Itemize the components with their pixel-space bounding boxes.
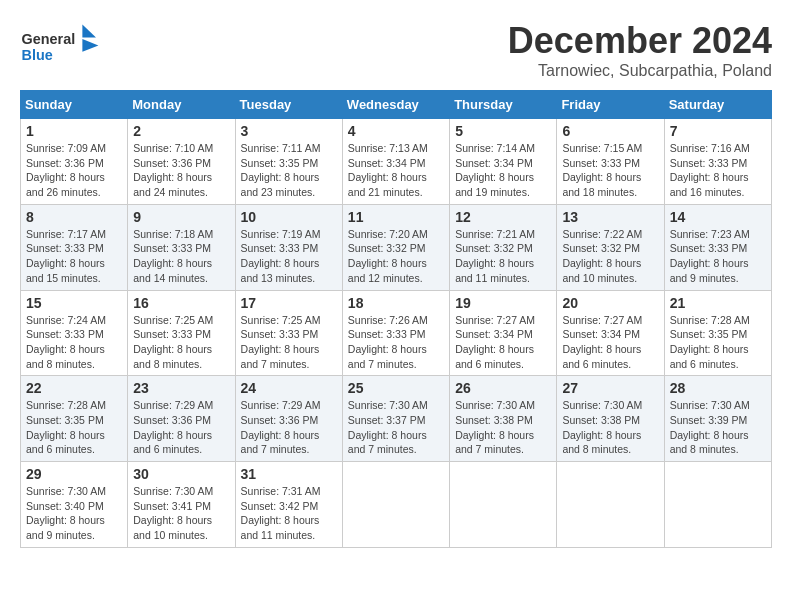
calendar-cell: 11Sunrise: 7:20 AMSunset: 3:32 PMDayligh… bbox=[342, 204, 449, 290]
calendar-cell bbox=[557, 462, 664, 548]
day-number: 13 bbox=[562, 209, 658, 225]
day-number: 2 bbox=[133, 123, 229, 139]
location-title: Tarnowiec, Subcarpathia, Poland bbox=[508, 62, 772, 80]
calendar-cell: 29Sunrise: 7:30 AMSunset: 3:40 PMDayligh… bbox=[21, 462, 128, 548]
day-detail: Sunrise: 7:14 AMSunset: 3:34 PMDaylight:… bbox=[455, 141, 551, 200]
day-detail: Sunrise: 7:19 AMSunset: 3:33 PMDaylight:… bbox=[241, 227, 337, 286]
day-number: 27 bbox=[562, 380, 658, 396]
day-number: 19 bbox=[455, 295, 551, 311]
svg-marker-2 bbox=[82, 25, 96, 38]
day-number: 8 bbox=[26, 209, 122, 225]
calendar-week-row: 15Sunrise: 7:24 AMSunset: 3:33 PMDayligh… bbox=[21, 290, 772, 376]
weekday-header-row: SundayMondayTuesdayWednesdayThursdayFrid… bbox=[21, 91, 772, 119]
calendar-cell: 20Sunrise: 7:27 AMSunset: 3:34 PMDayligh… bbox=[557, 290, 664, 376]
calendar-cell bbox=[664, 462, 771, 548]
weekday-header-friday: Friday bbox=[557, 91, 664, 119]
day-detail: Sunrise: 7:13 AMSunset: 3:34 PMDaylight:… bbox=[348, 141, 444, 200]
day-number: 25 bbox=[348, 380, 444, 396]
day-detail: Sunrise: 7:29 AMSunset: 3:36 PMDaylight:… bbox=[133, 398, 229, 457]
title-block: December 2024 Tarnowiec, Subcarpathia, P… bbox=[508, 20, 772, 80]
logo-svg: General Blue bbox=[20, 20, 100, 70]
day-detail: Sunrise: 7:10 AMSunset: 3:36 PMDaylight:… bbox=[133, 141, 229, 200]
day-detail: Sunrise: 7:30 AMSunset: 3:37 PMDaylight:… bbox=[348, 398, 444, 457]
weekday-header-tuesday: Tuesday bbox=[235, 91, 342, 119]
calendar-cell: 1Sunrise: 7:09 AMSunset: 3:36 PMDaylight… bbox=[21, 119, 128, 205]
weekday-header-sunday: Sunday bbox=[21, 91, 128, 119]
calendar-cell: 31Sunrise: 7:31 AMSunset: 3:42 PMDayligh… bbox=[235, 462, 342, 548]
day-detail: Sunrise: 7:26 AMSunset: 3:33 PMDaylight:… bbox=[348, 313, 444, 372]
calendar-cell: 30Sunrise: 7:30 AMSunset: 3:41 PMDayligh… bbox=[128, 462, 235, 548]
day-number: 4 bbox=[348, 123, 444, 139]
calendar-cell bbox=[450, 462, 557, 548]
day-detail: Sunrise: 7:11 AMSunset: 3:35 PMDaylight:… bbox=[241, 141, 337, 200]
calendar-cell: 16Sunrise: 7:25 AMSunset: 3:33 PMDayligh… bbox=[128, 290, 235, 376]
day-number: 28 bbox=[670, 380, 766, 396]
day-detail: Sunrise: 7:27 AMSunset: 3:34 PMDaylight:… bbox=[562, 313, 658, 372]
svg-text:General: General bbox=[22, 31, 76, 47]
day-detail: Sunrise: 7:16 AMSunset: 3:33 PMDaylight:… bbox=[670, 141, 766, 200]
day-number: 12 bbox=[455, 209, 551, 225]
weekday-header-thursday: Thursday bbox=[450, 91, 557, 119]
day-detail: Sunrise: 7:28 AMSunset: 3:35 PMDaylight:… bbox=[26, 398, 122, 457]
day-number: 22 bbox=[26, 380, 122, 396]
day-number: 1 bbox=[26, 123, 122, 139]
calendar-table: SundayMondayTuesdayWednesdayThursdayFrid… bbox=[20, 90, 772, 548]
day-number: 31 bbox=[241, 466, 337, 482]
weekday-header-wednesday: Wednesday bbox=[342, 91, 449, 119]
calendar-week-row: 22Sunrise: 7:28 AMSunset: 3:35 PMDayligh… bbox=[21, 376, 772, 462]
calendar-cell: 5Sunrise: 7:14 AMSunset: 3:34 PMDaylight… bbox=[450, 119, 557, 205]
calendar-cell: 8Sunrise: 7:17 AMSunset: 3:33 PMDaylight… bbox=[21, 204, 128, 290]
day-detail: Sunrise: 7:30 AMSunset: 3:40 PMDaylight:… bbox=[26, 484, 122, 543]
day-number: 14 bbox=[670, 209, 766, 225]
day-detail: Sunrise: 7:30 AMSunset: 3:39 PMDaylight:… bbox=[670, 398, 766, 457]
calendar-cell: 17Sunrise: 7:25 AMSunset: 3:33 PMDayligh… bbox=[235, 290, 342, 376]
day-number: 23 bbox=[133, 380, 229, 396]
day-number: 20 bbox=[562, 295, 658, 311]
day-number: 16 bbox=[133, 295, 229, 311]
calendar-cell: 9Sunrise: 7:18 AMSunset: 3:33 PMDaylight… bbox=[128, 204, 235, 290]
calendar-cell bbox=[342, 462, 449, 548]
calendar-week-row: 29Sunrise: 7:30 AMSunset: 3:40 PMDayligh… bbox=[21, 462, 772, 548]
calendar-cell: 3Sunrise: 7:11 AMSunset: 3:35 PMDaylight… bbox=[235, 119, 342, 205]
day-number: 30 bbox=[133, 466, 229, 482]
calendar-cell: 26Sunrise: 7:30 AMSunset: 3:38 PMDayligh… bbox=[450, 376, 557, 462]
day-detail: Sunrise: 7:15 AMSunset: 3:33 PMDaylight:… bbox=[562, 141, 658, 200]
weekday-header-saturday: Saturday bbox=[664, 91, 771, 119]
calendar-cell: 14Sunrise: 7:23 AMSunset: 3:33 PMDayligh… bbox=[664, 204, 771, 290]
day-detail: Sunrise: 7:30 AMSunset: 3:41 PMDaylight:… bbox=[133, 484, 229, 543]
day-number: 21 bbox=[670, 295, 766, 311]
day-detail: Sunrise: 7:18 AMSunset: 3:33 PMDaylight:… bbox=[133, 227, 229, 286]
day-number: 11 bbox=[348, 209, 444, 225]
day-detail: Sunrise: 7:28 AMSunset: 3:35 PMDaylight:… bbox=[670, 313, 766, 372]
calendar-week-row: 1Sunrise: 7:09 AMSunset: 3:36 PMDaylight… bbox=[21, 119, 772, 205]
day-detail: Sunrise: 7:31 AMSunset: 3:42 PMDaylight:… bbox=[241, 484, 337, 543]
page-header: General Blue December 2024 Tarnowiec, Su… bbox=[20, 20, 772, 80]
day-number: 15 bbox=[26, 295, 122, 311]
day-detail: Sunrise: 7:22 AMSunset: 3:32 PMDaylight:… bbox=[562, 227, 658, 286]
day-detail: Sunrise: 7:25 AMSunset: 3:33 PMDaylight:… bbox=[133, 313, 229, 372]
day-detail: Sunrise: 7:21 AMSunset: 3:32 PMDaylight:… bbox=[455, 227, 551, 286]
day-detail: Sunrise: 7:17 AMSunset: 3:33 PMDaylight:… bbox=[26, 227, 122, 286]
day-detail: Sunrise: 7:27 AMSunset: 3:34 PMDaylight:… bbox=[455, 313, 551, 372]
day-number: 29 bbox=[26, 466, 122, 482]
calendar-cell: 10Sunrise: 7:19 AMSunset: 3:33 PMDayligh… bbox=[235, 204, 342, 290]
day-detail: Sunrise: 7:23 AMSunset: 3:33 PMDaylight:… bbox=[670, 227, 766, 286]
day-number: 6 bbox=[562, 123, 658, 139]
day-detail: Sunrise: 7:20 AMSunset: 3:32 PMDaylight:… bbox=[348, 227, 444, 286]
svg-marker-3 bbox=[82, 39, 98, 52]
day-detail: Sunrise: 7:30 AMSunset: 3:38 PMDaylight:… bbox=[562, 398, 658, 457]
calendar-cell: 4Sunrise: 7:13 AMSunset: 3:34 PMDaylight… bbox=[342, 119, 449, 205]
day-detail: Sunrise: 7:09 AMSunset: 3:36 PMDaylight:… bbox=[26, 141, 122, 200]
calendar-cell: 18Sunrise: 7:26 AMSunset: 3:33 PMDayligh… bbox=[342, 290, 449, 376]
day-number: 18 bbox=[348, 295, 444, 311]
day-number: 17 bbox=[241, 295, 337, 311]
logo: General Blue bbox=[20, 20, 100, 70]
calendar-cell: 12Sunrise: 7:21 AMSunset: 3:32 PMDayligh… bbox=[450, 204, 557, 290]
calendar-cell: 13Sunrise: 7:22 AMSunset: 3:32 PMDayligh… bbox=[557, 204, 664, 290]
calendar-cell: 2Sunrise: 7:10 AMSunset: 3:36 PMDaylight… bbox=[128, 119, 235, 205]
svg-text:Blue: Blue bbox=[22, 47, 53, 63]
calendar-cell: 23Sunrise: 7:29 AMSunset: 3:36 PMDayligh… bbox=[128, 376, 235, 462]
calendar-cell: 6Sunrise: 7:15 AMSunset: 3:33 PMDaylight… bbox=[557, 119, 664, 205]
day-number: 24 bbox=[241, 380, 337, 396]
day-detail: Sunrise: 7:25 AMSunset: 3:33 PMDaylight:… bbox=[241, 313, 337, 372]
